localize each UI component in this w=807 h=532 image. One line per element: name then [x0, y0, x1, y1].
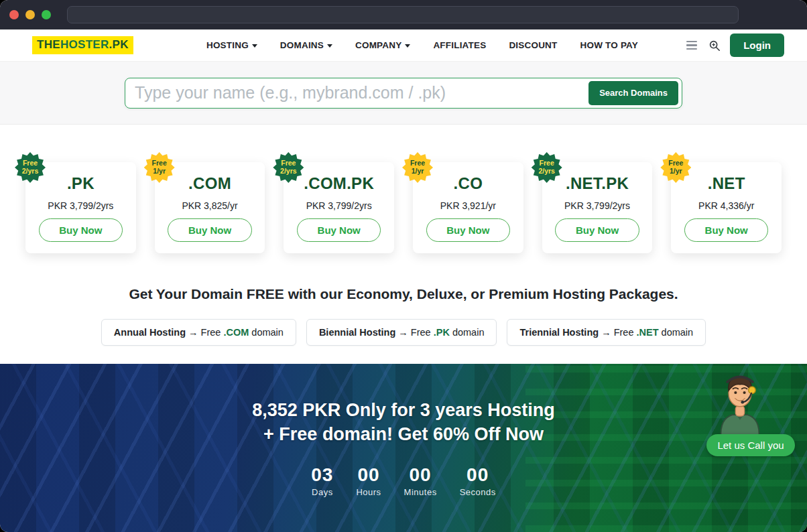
menu-icon[interactable] — [684, 39, 699, 52]
buy-now-button[interactable]: Buy Now — [297, 218, 381, 242]
nav-item-discount[interactable]: DISCOUNT — [509, 40, 557, 50]
nav-item-hosting[interactable]: HOSTING — [206, 40, 257, 50]
countdown-hours: 00 Hours — [356, 464, 381, 497]
domain-price: PKR 3,799/2yrs — [306, 200, 372, 211]
zoom-window-icon[interactable] — [42, 10, 51, 19]
domain-cards-row: Free 2/yrs .PK PKR 3,799/2yrs Buy Now Fr… — [25, 162, 782, 253]
minimize-window-icon[interactable] — [25, 10, 35, 19]
support-agent-icon — [708, 369, 772, 439]
domain-search-section: Search Domains — [0, 62, 807, 125]
domain-search-input[interactable] — [135, 83, 588, 103]
arrow-right-icon: → — [601, 327, 611, 338]
promo-heading: 8,352 PKR Only for 3 years Hosting + Fre… — [0, 399, 807, 446]
promo-content: 8,352 PKR Only for 3 years Hosting + Fre… — [0, 364, 807, 497]
browser-title-bar — [0, 0, 807, 29]
free-badge: Free 1/yr — [402, 152, 433, 183]
free-badge: Free 2/yrs — [532, 152, 562, 183]
buy-now-button[interactable]: Buy Now — [426, 218, 510, 242]
free-badge: Free 2/yrs — [273, 152, 304, 183]
countdown-days: 03 Days — [311, 464, 333, 497]
domain-price: PKR 3,799/2yrs — [564, 200, 630, 211]
buy-now-button[interactable]: Buy Now — [555, 218, 639, 242]
domain-tld: .COM.PK — [304, 174, 374, 193]
address-bar[interactable] — [67, 6, 739, 23]
domain-price: PKR 3,921/yr — [440, 200, 496, 211]
countdown-seconds: 00 Seconds — [460, 464, 496, 497]
domain-tld: .NET — [708, 174, 745, 193]
domain-tld: .COM — [188, 174, 231, 193]
buy-now-button[interactable]: Buy Now — [39, 218, 123, 242]
domain-price: PKR 3,825/yr — [182, 200, 237, 211]
domain-pricing-section: Free 2/yrs .PK PKR 3,799/2yrs Buy Now Fr… — [0, 125, 807, 268]
logo-the: THE — [37, 38, 60, 51]
free-badge: Free 2/yrs — [15, 152, 46, 183]
nav-menu: HOSTING DOMAINS COMPANY AFFILIATES DISCO… — [180, 40, 638, 50]
domain-tld: .PK — [67, 174, 95, 193]
close-window-icon[interactable] — [9, 10, 19, 19]
domain-card-co: Free 1/yr .CO PKR 3,921/yr Buy Now — [413, 162, 523, 253]
logo-hoster: HOSTER — [60, 38, 109, 51]
domain-card-com: Free 1/yr .COM PKR 3,825/yr Buy Now — [155, 162, 265, 253]
nav-item-how-to-pay[interactable]: HOW TO PAY — [580, 40, 639, 50]
site-logo[interactable]: THEHOSTER.PK — [32, 36, 133, 54]
nav-right-controls: Login — [684, 34, 784, 57]
domain-tld: .NET.PK — [566, 174, 629, 193]
countdown-minutes: 00 Minutes — [404, 464, 437, 497]
let-us-call-you-button[interactable]: Let us Call you — [706, 434, 795, 456]
nav-item-domains[interactable]: DOMAINS — [280, 40, 332, 50]
offer-chip-biennial: Biennial Hosting → Free .PK domain — [306, 319, 497, 346]
domain-price: PKR 4,336/yr — [698, 200, 754, 211]
offer-chip-annual: Annual Hosting → Free .COM domain — [101, 319, 296, 346]
domain-tld: .CO — [454, 174, 483, 193]
free-domain-heading: Get Your Domain FREE with our Economy, D… — [0, 286, 807, 302]
search-domains-button[interactable]: Search Domains — [588, 81, 678, 105]
domain-search-box: Search Domains — [125, 78, 682, 109]
domain-card-net: Free 1/yr .NET PKR 4,336/yr Buy Now — [671, 162, 782, 253]
nav-item-company[interactable]: COMPANY — [355, 40, 410, 50]
arrow-right-icon: → — [188, 327, 198, 338]
free-badge: Free 1/yr — [660, 152, 691, 183]
domain-price: PKR 3,799/2yrs — [48, 200, 113, 211]
nav-item-affiliates[interactable]: AFFILIATES — [433, 40, 486, 50]
window-controls — [9, 10, 51, 19]
buy-now-button[interactable]: Buy Now — [168, 218, 251, 242]
domain-card-pk: Free 2/yrs .PK PKR 3,799/2yrs Buy Now — [25, 162, 136, 253]
free-badge: Free 1/yr — [144, 152, 175, 183]
countdown-timer: 03 Days 00 Hours 00 Minutes 00 Seconds — [0, 464, 807, 497]
promo-banner: 8,352 PKR Only for 3 years Hosting + Fre… — [0, 364, 807, 532]
hosting-offer-chips: Annual Hosting → Free .COM domain Bienni… — [0, 319, 807, 346]
logo-tld: .PK — [109, 38, 129, 51]
caret-down-icon — [327, 44, 332, 48]
domain-card-com-pk: Free 2/yrs .COM.PK PKR 3,799/2yrs Buy No… — [284, 162, 394, 253]
caret-down-icon — [405, 44, 410, 48]
buy-now-button[interactable]: Buy Now — [684, 218, 768, 242]
offer-chip-triennial: Triennial Hosting → Free .NET domain — [507, 319, 706, 346]
free-domain-section: Get Your Domain FREE with our Economy, D… — [0, 268, 807, 364]
site-navbar: THEHOSTER.PK HOSTING DOMAINS COMPANY AFF… — [0, 29, 807, 62]
domain-card-net-pk: Free 2/yrs .NET.PK PKR 3,799/2yrs Buy No… — [542, 162, 653, 253]
login-button[interactable]: Login — [730, 34, 784, 57]
caret-down-icon — [252, 44, 257, 48]
search-icon[interactable] — [708, 40, 721, 52]
browser-window: THEHOSTER.PK HOSTING DOMAINS COMPANY AFF… — [0, 0, 807, 532]
arrow-right-icon: → — [398, 327, 408, 338]
